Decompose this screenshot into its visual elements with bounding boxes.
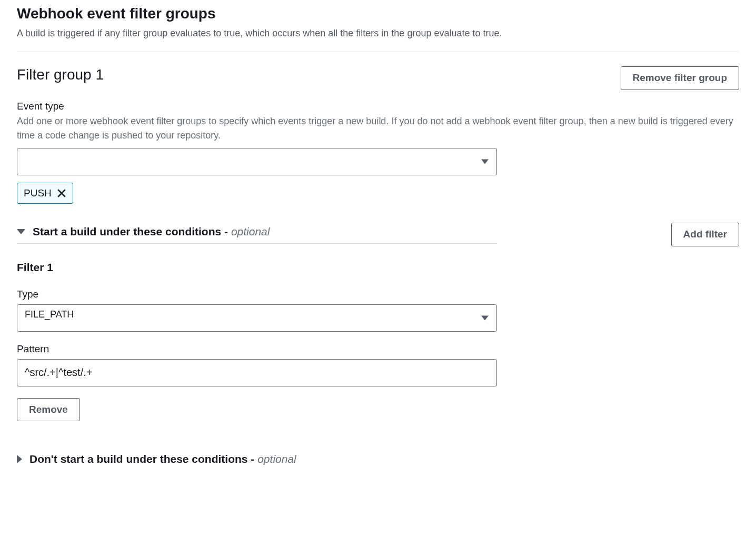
event-type-select[interactable] [17,148,497,175]
event-type-select-wrapper [17,148,497,175]
event-type-field: Event type Add one or more webhook event… [17,101,739,204]
filter-1: Filter 1 Type FILE_PATH Pattern Remo [17,261,739,422]
chevron-down-icon [17,229,25,234]
dont-start-conditions-title: Don't start a build under these conditio… [29,453,296,465]
page-title: Webhook event filter groups [17,4,739,23]
optional-badge: optional [231,225,270,237]
page-header: Webhook event filter groups A build is t… [17,0,739,52]
filter-1-pattern-label: Pattern [17,343,739,355]
filter-1-title: Filter 1 [17,261,739,274]
page-description: A build is triggered if any filter group… [17,26,739,41]
filter-1-type-block: Type FILE_PATH [17,289,739,332]
remove-filter-group-button[interactable]: Remove filter group [621,66,739,90]
tag-label: PUSH [24,187,52,199]
filter-1-pattern-block: Pattern [17,343,739,386]
start-conditions-toggle[interactable]: Start a build under these conditions - o… [17,225,497,244]
start-conditions-header-row: Start a build under these conditions - o… [17,223,739,246]
filter-1-pattern-input[interactable] [17,359,497,386]
filter-group-title: Filter group 1 [17,66,104,83]
filter-1-type-select[interactable]: FILE_PATH [17,304,497,332]
filter-1-type-label: Type [17,289,739,300]
optional-badge: optional [257,453,296,465]
add-filter-button[interactable]: Add filter [671,223,739,246]
start-conditions-section: Start a build under these conditions - o… [17,223,739,421]
start-conditions-title: Start a build under these conditions - o… [33,225,270,238]
event-type-tags: PUSH [17,183,739,204]
close-icon[interactable] [57,188,66,198]
filter-group-1: Filter group 1 Remove filter group Event… [17,52,739,465]
filter-group-header: Filter group 1 Remove filter group [17,66,739,90]
event-type-description: Add one or more webhook event filter gro… [17,114,739,143]
event-type-label: Event type [17,101,739,112]
event-type-tag-push: PUSH [17,183,73,204]
remove-filter-button[interactable]: Remove [17,398,80,422]
dont-start-conditions-toggle[interactable]: Don't start a build under these conditio… [17,453,497,465]
chevron-right-icon [17,455,22,463]
